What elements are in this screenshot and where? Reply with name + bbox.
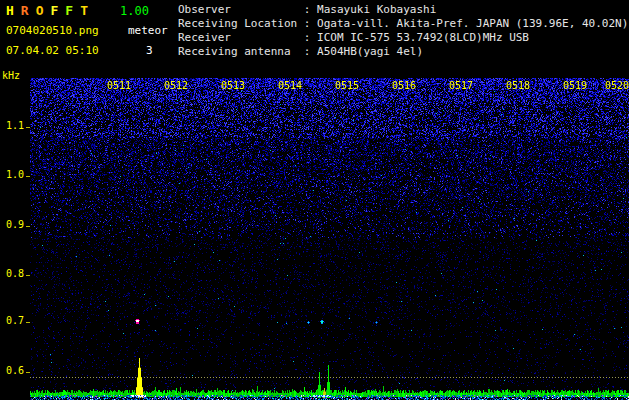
freq-tick-mark	[26, 226, 30, 227]
station-info-row: Receiving Location : Ogata-vill. Akita-P…	[178, 17, 628, 31]
freq-tick-label: 0.8	[1, 268, 24, 279]
time-tick-label: 0519	[563, 80, 587, 91]
freq-tick-mark	[26, 127, 30, 128]
time-tick-label: 0518	[506, 80, 530, 91]
time-tick-label: 0520	[605, 80, 629, 91]
hrofft-spectrogram-screen: HROFFT 1.00 0704020510.png meteor 07.04.…	[0, 0, 629, 400]
title-letter: F	[65, 3, 73, 18]
app-title: HROFFT	[6, 3, 95, 18]
title-letter: F	[50, 3, 58, 18]
time-tick-label: 0517	[449, 80, 473, 91]
time-tick-label: 0511	[107, 80, 131, 91]
time-tick-label: 0516	[392, 80, 416, 91]
observation-datetime: 07.04.02 05:10	[6, 44, 99, 57]
time-tick-label: 0512	[164, 80, 188, 91]
echo-count: 3	[146, 44, 153, 57]
time-tick-label: 0513	[221, 80, 245, 91]
station-info-row: Receiving antenna : A504HB(yagi 4el)	[178, 45, 628, 59]
spectrogram-canvas	[30, 78, 629, 400]
time-tick-label: 0514	[278, 80, 302, 91]
freq-tick-label: 1.1	[1, 120, 24, 131]
title-letter: R	[21, 3, 29, 18]
title-letter: O	[36, 3, 44, 18]
freq-tick-mark	[26, 322, 30, 323]
station-info-row: Observer : Masayuki Kobayashi	[178, 3, 628, 17]
freq-tick-label: 0.7	[1, 315, 24, 326]
station-info: Observer : Masayuki KobayashiReceiving L…	[178, 3, 628, 59]
freq-tick-label: 0.9	[1, 219, 24, 230]
time-tick-label: 0515	[335, 80, 359, 91]
freq-tick-label: 0.6	[1, 365, 24, 376]
app-version: 1.00	[120, 4, 149, 18]
station-info-row: Receiver : ICOM IC-575 53.7492(8LCD)MHz …	[178, 31, 628, 45]
title-letter: T	[80, 3, 88, 18]
freq-axis-unit: kHz	[2, 70, 20, 81]
freq-tick-mark	[26, 372, 30, 373]
freq-tick-mark	[26, 275, 30, 276]
title-letter: H	[6, 3, 14, 18]
output-filename: 0704020510.png	[6, 24, 99, 37]
freq-tick-label: 1.0	[1, 169, 24, 180]
freq-tick-mark	[26, 176, 30, 177]
observation-mode: meteor	[128, 24, 168, 37]
